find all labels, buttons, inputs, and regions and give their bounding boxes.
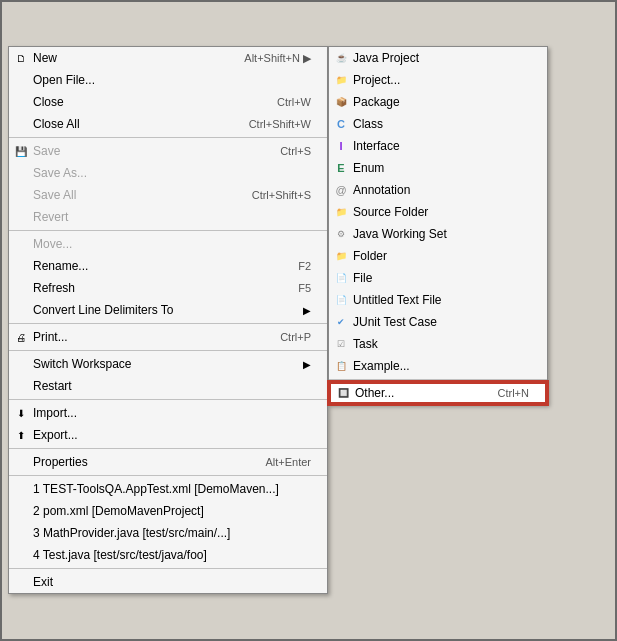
menu-item-save: 💾 Save Ctrl+S [9,140,327,162]
menu-item-revert: Revert [9,206,327,228]
source-folder-icon: 📁 [333,204,349,220]
menu-item-export[interactable]: ⬆ Export... [9,424,327,446]
submenu-task[interactable]: ☑ Task [329,333,547,355]
menu-item-save-as: Save As... [9,162,327,184]
task-icon: ☑ [333,336,349,352]
submenu-working-set[interactable]: ⚙ Java Working Set [329,223,547,245]
menu-item-new[interactable]: 🗋 New Alt+Shift+N ▶ [9,47,327,69]
divider-3 [9,323,327,324]
folder-icon: 📁 [333,248,349,264]
submenu-package[interactable]: 📦 Package [329,91,547,113]
submenu-junit[interactable]: ✔ JUnit Test Case [329,311,547,333]
print-icon: 🖨 [13,329,29,345]
submenu-project[interactable]: 📁 Project... [329,69,547,91]
menu-item-convert-delimiters[interactable]: Convert Line Delimiters To ▶ [9,299,327,321]
annotation-icon: @ [333,182,349,198]
recent-file-1[interactable]: 1 TEST-ToolsQA.AppTest.xml [DemoMaven...… [9,478,327,500]
submenu-untitled-text[interactable]: 📄 Untitled Text File [329,289,547,311]
menu-item-restart[interactable]: Restart [9,375,327,397]
java-project-icon: ☕ [333,50,349,66]
submenu-java-project[interactable]: ☕ Java Project [329,47,547,69]
menu-item-save-all: Save All Ctrl+Shift+S [9,184,327,206]
menu-item-properties[interactable]: Properties Alt+Enter [9,451,327,473]
submenu-file[interactable]: 📄 File [329,267,547,289]
class-icon: C [333,116,349,132]
menu-item-refresh[interactable]: Refresh F5 [9,277,327,299]
divider-4 [9,350,327,351]
menu-item-open[interactable]: Open File... [9,69,327,91]
divider-exit [9,568,327,569]
arrow-icon: ▶ [303,305,311,316]
save-icon: 💾 [13,143,29,159]
submenu-folder[interactable]: 📁 Folder [329,245,547,267]
menu-item-rename[interactable]: Rename... F2 [9,255,327,277]
divider-6 [9,448,327,449]
divider-recent [9,475,327,476]
menu-item-print[interactable]: 🖨 Print... Ctrl+P [9,326,327,348]
submenu-source-folder[interactable]: 📁 Source Folder [329,201,547,223]
submenu-interface[interactable]: I Interface [329,135,547,157]
file-menu-dropdown: 🗋 New Alt+Shift+N ▶ Open File... Close C… [8,46,328,594]
divider-5 [9,399,327,400]
working-set-icon: ⚙ [333,226,349,242]
arrow-icon-sw: ▶ [303,359,311,370]
menu-item-move: Move... [9,233,327,255]
new-icon: 🗋 [13,50,29,66]
example-icon: 📋 [333,358,349,374]
menu-item-exit[interactable]: Exit [9,571,327,593]
menu-item-close-all[interactable]: Close All Ctrl+Shift+W [9,113,327,135]
submenu-example[interactable]: 📋 Example... [329,355,547,377]
submenu-class[interactable]: C Class [329,113,547,135]
export-icon: ⬆ [13,427,29,443]
package-icon: 📦 [333,94,349,110]
divider-2 [9,230,327,231]
enum-icon: E [333,160,349,176]
project-icon: 📁 [333,72,349,88]
submenu-divider [329,379,547,380]
recent-file-3[interactable]: 3 MathProvider.java [test/src/main/...] [9,522,327,544]
submenu-other[interactable]: 🔲 Other... Ctrl+N [329,382,547,404]
menu-item-close[interactable]: Close Ctrl+W [9,91,327,113]
file-icon: 📄 [333,270,349,286]
new-submenu: ☕ Java Project 📁 Project... 📦 Package C … [328,46,548,405]
other-icon: 🔲 [335,385,351,401]
untitled-file-icon: 📄 [333,292,349,308]
recent-file-4[interactable]: 4 Test.java [test/src/test/java/foo] [9,544,327,566]
divider-1 [9,137,327,138]
submenu-enum[interactable]: E Enum [329,157,547,179]
submenu-annotation[interactable]: @ Annotation [329,179,547,201]
recent-file-2[interactable]: 2 pom.xml [DemoMavenProject] [9,500,327,522]
menu-item-switch-workspace[interactable]: Switch Workspace ▶ [9,353,327,375]
menu-item-import[interactable]: ⬇ Import... [9,402,327,424]
junit-icon: ✔ [333,314,349,330]
interface-icon: I [333,138,349,154]
import-icon: ⬇ [13,405,29,421]
